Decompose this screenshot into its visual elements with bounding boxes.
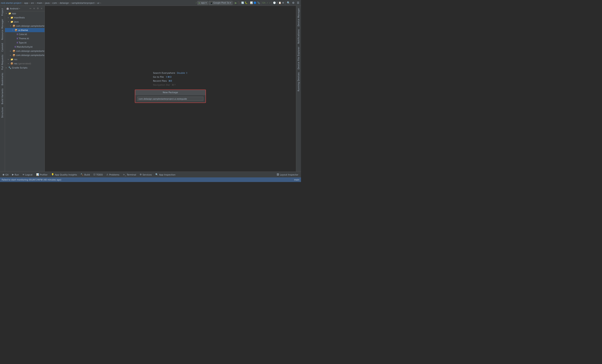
tree-item-test[interactable]: ▸ 📦 com.delasign.samplestarterproject (t… xyxy=(5,53,44,57)
popup-container: Search Everywhere Double ⇧ Go to File ⇧⌘… xyxy=(135,72,206,103)
profiler-tab-icon: 📊 xyxy=(36,173,39,176)
breadcrumb-root[interactable]: roid-starter-project xyxy=(1,2,22,4)
file-tree-panel: 🤖 Android ▾ ↔ ≡ ⚙ × ▾ 📁 app ▸ 📁 manifest… xyxy=(5,6,45,171)
breadcrumb-com[interactable]: com xyxy=(52,2,57,4)
run-button[interactable]: ▶ xyxy=(235,1,237,4)
sidebar-item-device-manager[interactable]: Device Manager xyxy=(297,7,300,28)
menu-btn[interactable]: ☰ xyxy=(296,1,300,5)
tab-build[interactable]: 🔨 Build xyxy=(79,172,92,178)
bottom-toolbar: ◉ Git ▶ Run ≡ Logcat 📊 Profiler 💡 App Qu… xyxy=(0,171,301,177)
coverage-button[interactable]: 🔵 xyxy=(254,1,257,4)
settings-panel-btn[interactable]: ⚙ xyxy=(36,7,40,10)
tree-item-androidtest[interactable]: ▸ 📦 com.delasign.samplestarterproject (a… xyxy=(5,49,44,53)
vcs3-button[interactable]: ⚙ xyxy=(282,1,284,4)
sync-button[interactable]: 🔄 xyxy=(241,1,244,4)
nav-shortcuts: Search Everywhere Double ⇧ Go to File ⇧⌘… xyxy=(153,72,188,86)
new-package-input[interactable] xyxy=(137,96,203,101)
tab-app-quality-insights[interactable]: 💡 App Quality Insights xyxy=(50,172,79,178)
chevron-right-icon: ▸ xyxy=(8,63,11,64)
breadcrumb-delasign[interactable]: delasign xyxy=(60,2,69,4)
layout-inspector-tab-icon: 🖼 xyxy=(277,173,279,176)
chevron-down-icon: ▾ xyxy=(10,25,12,27)
toolbar-separator-4 xyxy=(272,1,272,5)
tab-run[interactable]: ▶ Run xyxy=(11,172,21,178)
tree-item-java[interactable]: ▾ 📁 java xyxy=(5,20,44,24)
sidebar-item-bookmarks[interactable]: Bookmarks xyxy=(1,72,4,86)
close-panel-btn[interactable]: × xyxy=(40,7,43,10)
tab-services[interactable]: ⚙ Services xyxy=(138,172,154,178)
breadcrumb-samplestarterproject[interactable]: samplestarterproject xyxy=(72,2,95,4)
app-inspection-tab-icon: 🔍 xyxy=(155,173,158,176)
debug-button[interactable]: 🐛 xyxy=(245,1,248,4)
breadcrumb-app[interactable]: app xyxy=(24,2,28,4)
tree-item-color[interactable]: ▸ K Color.kt xyxy=(5,32,44,36)
tree-item-app[interactable]: ▾ 📁 app xyxy=(5,11,44,15)
panel-dropdown-icon[interactable]: ▾ xyxy=(19,8,20,10)
device-dropdown-btn[interactable]: 📱 Google Pixel 3a ▾ xyxy=(209,1,232,5)
toolbar-separator-2 xyxy=(249,1,249,5)
attach-button[interactable]: 📎 xyxy=(257,1,260,4)
chevron-down-icon: ▾ xyxy=(6,12,8,14)
expand-all-btn[interactable]: ↔ xyxy=(29,7,32,10)
sidebar-item-pull-requests[interactable]: Pull Requests xyxy=(1,53,4,71)
profile-button[interactable]: 📊 xyxy=(250,1,253,4)
tree-item-mainactivity[interactable]: ▸ K MainActivity.kt xyxy=(5,45,44,49)
tree-item-res-generated[interactable]: ▸ 📦 res (generated) xyxy=(5,61,44,66)
run-tab-icon: ▶ xyxy=(12,173,14,176)
dropdown-arrow-icon: ▾ xyxy=(205,2,206,4)
tree-item-gradle[interactable]: ▸ 🔧 Gradle Scripts xyxy=(5,66,44,70)
sidebar-item-resource-manager[interactable]: Resource Manager xyxy=(1,18,4,41)
tab-profiler[interactable]: 📊 Profiler xyxy=(34,172,50,178)
tab-problems[interactable]: ⚠ Problems xyxy=(105,172,121,178)
sidebar-item-device-file-explorer[interactable]: Device File Explorer xyxy=(297,45,300,71)
tree-item-com-pkg[interactable]: ▾ 📦 com.delasign.samplestarterproject xyxy=(5,24,44,28)
breadcrumb-ui[interactable]: ui xyxy=(97,2,99,4)
tree-item-manifests[interactable]: ▸ 📁 manifests xyxy=(5,15,44,20)
app-dropdown-btn[interactable]: ▶ app ▾ xyxy=(197,1,208,5)
tab-todo[interactable]: ☑ TODO xyxy=(92,172,105,178)
tree-item-res[interactable]: ▸ 📁 res xyxy=(5,57,44,61)
tab-terminal[interactable]: >_ Terminal xyxy=(121,172,138,178)
new-package-dialog: New Package xyxy=(135,89,206,103)
chevron-right-icon: ▸ xyxy=(8,17,11,19)
vcs-button[interactable]: ⤴ xyxy=(277,1,278,4)
shortcut-navigation-bar: Navigation Bar ⌘↑ xyxy=(153,83,188,86)
chevron-right-icon: ▸ xyxy=(10,54,12,56)
tab-git[interactable]: ◉ Git xyxy=(1,172,11,178)
services-tab-icon: ⚙ xyxy=(140,173,142,176)
stop-button[interactable]: ⬛ xyxy=(238,1,241,4)
settings-btn[interactable]: ⚙ xyxy=(291,1,295,5)
sidebar-item-running-devices[interactable]: Running Devices xyxy=(297,71,300,93)
collapse-btn[interactable]: ≡ xyxy=(32,7,36,10)
todo-tab-icon: ☑ xyxy=(93,173,96,176)
breadcrumb-src[interactable]: src xyxy=(31,2,34,4)
shortcut-go-to-file: Go to File ⇧⌘O xyxy=(153,75,188,78)
tab-logcat[interactable]: ≡ Logcat xyxy=(21,172,34,178)
breadcrumb: roid-starter-project > app > src > main … xyxy=(1,2,195,4)
sidebar-item-build-variants[interactable]: Build Variants xyxy=(1,87,4,106)
sidebar-item-notifications[interactable]: Notifications xyxy=(297,28,300,45)
chevron-right-icon: ▸ xyxy=(8,58,11,60)
device-icon: 📱 xyxy=(210,2,213,4)
tree-item-ui-theme[interactable]: ▾ 📦 ui.theme xyxy=(5,28,44,32)
tree-item-theme[interactable]: ▸ K Theme.kt xyxy=(5,36,44,41)
sidebar-item-project[interactable]: Project xyxy=(1,7,4,17)
chevron-down-icon: ▾ xyxy=(8,21,11,23)
tab-app-inspection[interactable]: 🔍 App Inspection xyxy=(154,172,177,178)
breadcrumb-java[interactable]: java xyxy=(45,2,50,4)
git-tab-icon: ◉ xyxy=(2,173,5,176)
panel-actions: ↔ ≡ ⚙ × xyxy=(29,7,43,10)
shortcut-recent-files: Recent Files ⌘E xyxy=(153,79,188,82)
git-check2-icon[interactable]: ✓ xyxy=(269,2,271,4)
app-quality-tab-icon: 💡 xyxy=(51,173,54,176)
vcs2-button[interactable]: 📋 xyxy=(279,1,281,4)
sidebar-item-commit[interactable]: Commit xyxy=(1,42,4,53)
breadcrumb-main[interactable]: main xyxy=(37,2,42,4)
search-everywhere-btn[interactable]: 🔍 xyxy=(286,1,290,5)
sidebar-item-structure[interactable]: Structure xyxy=(1,106,4,119)
tree-item-type[interactable]: ▸ K Type.kt xyxy=(5,41,44,45)
tab-layout-inspector[interactable]: 🖼 Layout Inspector xyxy=(275,172,300,178)
history-button[interactable]: 🕐 xyxy=(273,1,276,4)
git-branch[interactable]: main xyxy=(294,179,299,181)
git-check-icon[interactable]: ✓ xyxy=(267,2,268,4)
